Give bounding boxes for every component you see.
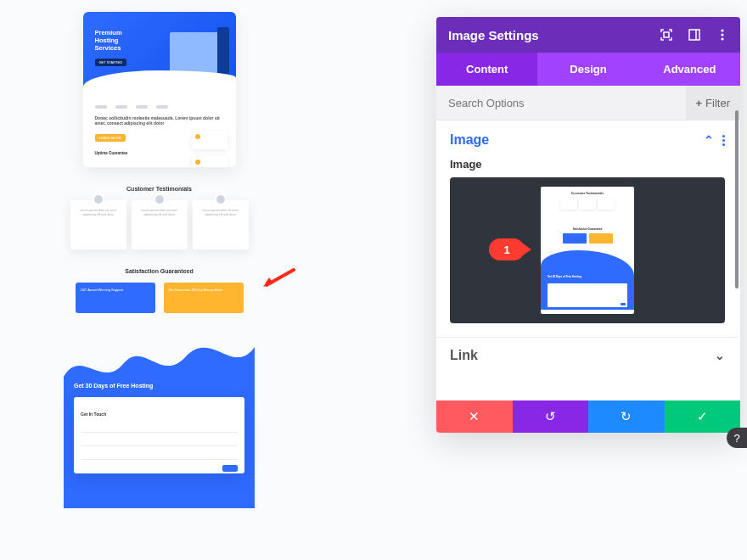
save-button[interactable]: ✓ <box>665 400 741 433</box>
callout-number: 1 <box>489 238 525 260</box>
svg-point-3 <box>721 29 723 31</box>
panel-title: Image Settings <box>448 28 660 42</box>
form-title: Get In Touch <box>81 412 106 417</box>
panel-tabs: Content Design Advanced <box>436 53 740 86</box>
contact-form: Get In Touch <box>74 397 244 473</box>
learn-more-button: LEARN MORE <box>95 134 126 142</box>
scrollbar[interactable] <box>735 110 739 288</box>
hero-title: Premium Hosting Services <box>95 29 146 52</box>
chevron-up-icon[interactable]: ⌃ <box>704 133 714 147</box>
expand-icon[interactable] <box>660 29 672 42</box>
svg-rect-0 <box>664 32 669 37</box>
dock-icon[interactable] <box>688 29 700 42</box>
thumb-test-title: Customer Testimonials <box>546 192 629 195</box>
chevron-down-icon[interactable]: ⌄ <box>715 349 725 362</box>
partner-logos <box>95 105 224 109</box>
image-upload-area[interactable]: Customer Testimonials Satisfaction Guara… <box>450 177 725 323</box>
tab-content[interactable]: Content <box>436 53 537 86</box>
satisfaction-row: 24/7 Award Winning Support We Guarantee … <box>64 283 255 313</box>
close-button[interactable]: ✕ <box>436 400 513 433</box>
plus-icon: + <box>696 97 703 109</box>
avatar <box>154 193 166 205</box>
tab-advanced[interactable]: Advanced <box>639 53 740 86</box>
testimonial-card: Lorem ipsum dolor sit amet adipiscing el… <box>132 200 188 249</box>
panel-body: Image ⌃ Image Customer Testimonials Sati… <box>436 120 740 400</box>
section-more-icon[interactable] <box>722 135 725 146</box>
hero-lorem: Donec sollicitudin molestie malesuada. L… <box>95 115 224 126</box>
help-icon[interactable]: ? <box>727 428 747 448</box>
testimonial-card: Lorem ipsum dolor sit amet adipiscing el… <box>193 200 249 249</box>
guarantee-card: We Guarantee 30-Day Money-Back <box>164 283 244 313</box>
filter-label: Filter <box>705 97 730 109</box>
support-card: 24/7 Award Winning Support <box>76 283 155 313</box>
feature-cards <box>192 131 227 167</box>
thumb-sat-title: Satisfaction Guaranteed <box>548 227 627 231</box>
hero-wave-shape <box>83 70 236 94</box>
testimonials-heading: Customer Testimonials <box>64 186 255 192</box>
avatar <box>93 193 104 205</box>
contact-section: Get 30 Days of Free Hosting Get In Touch <box>64 330 255 508</box>
more-icon[interactable] <box>716 29 728 42</box>
section-link-heading[interactable]: Link <box>450 348 715 363</box>
thumb-wave-title: Get 30 Days of Free Hosting <box>548 275 581 278</box>
avatar <box>215 193 227 205</box>
search-input[interactable] <box>436 87 686 119</box>
hero-card: Premium Hosting Services GET STARTED Don… <box>83 12 236 167</box>
panel-footer: ✕ ↺ ↻ ✓ <box>436 400 740 433</box>
image-thumbnail: Customer Testimonials Satisfaction Guara… <box>541 187 634 314</box>
tab-design[interactable]: Design <box>537 53 638 86</box>
thumb-form <box>548 283 627 307</box>
undo-button[interactable]: ↺ <box>513 400 589 433</box>
svg-point-4 <box>721 33 723 36</box>
image-settings-panel: Image Settings Content Design Advanced +… <box>436 17 740 433</box>
filter-button[interactable]: + Filter <box>686 86 740 120</box>
satisfaction-heading: Satisfaction Guaranteed <box>64 268 255 274</box>
callout-marker: 1 <box>489 238 525 260</box>
image-field-label: Image <box>450 158 725 171</box>
search-row: + Filter <box>436 86 740 120</box>
svg-rect-1 <box>689 30 699 40</box>
svg-point-5 <box>721 37 723 40</box>
submit-button <box>222 465 238 472</box>
contact-heading: Get 30 Days of Free Hosting <box>74 383 244 389</box>
testimonials-row: Lorem ipsum dolor sit amet adipiscing el… <box>64 200 255 249</box>
page-preview: Premium Hosting Services GET STARTED Don… <box>64 12 255 508</box>
redo-button[interactable]: ↻ <box>588 400 665 433</box>
section-image-heading[interactable]: Image <box>450 132 704 148</box>
hero-cta-button: GET STARTED <box>95 59 127 66</box>
hero-illustration <box>170 32 221 73</box>
testimonial-card: Lorem ipsum dolor sit amet adipiscing el… <box>70 200 126 249</box>
annotation-arrow <box>261 266 295 294</box>
panel-header[interactable]: Image Settings <box>436 17 740 53</box>
